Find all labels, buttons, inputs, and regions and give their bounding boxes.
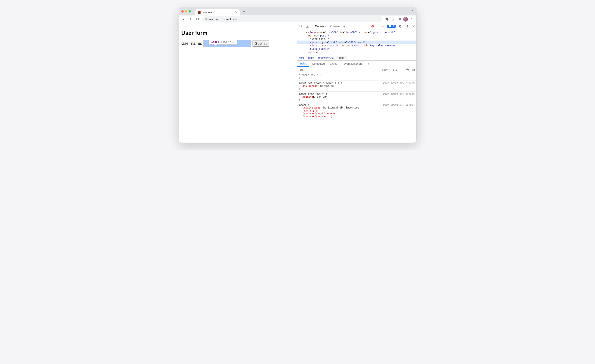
devtools-menu-icon[interactable] — [405, 25, 410, 28]
window-controls — [181, 7, 191, 15]
tab-favicon — [198, 11, 200, 14]
svg-point-3 — [411, 19, 412, 19]
dom-breadcrumb: html body form#form300 input — [297, 55, 416, 61]
svg-rect-7 — [307, 26, 309, 28]
devtools-settings-icon[interactable] — [397, 25, 403, 28]
dom-line[interactable]: "User name: " — [297, 37, 416, 41]
styles-tabbar: Styles Computed Layout Event Listeners » — [297, 61, 416, 67]
styles-tab-listeners[interactable]: Event Listeners — [341, 61, 365, 67]
rendered-page: User form User name: Submit input 146.67… — [179, 23, 297, 143]
new-tab-button[interactable]: ＋ — [241, 9, 247, 14]
nav-back-button[interactable] — [181, 17, 186, 22]
dom-line-selected[interactable]: <input type="text" name="n300"> == $0 — [297, 41, 416, 44]
styles-tab-styles[interactable]: Styles — [297, 61, 310, 67]
content-split: User form User name: Submit input 146.67… — [179, 23, 416, 143]
site-info-icon[interactable] — [205, 18, 207, 21]
style-rule[interactable]: input {user agent stylesheet writing-mod… — [297, 102, 416, 119]
hov-toggle[interactable]: :hov — [380, 68, 390, 71]
svg-point-4 — [411, 20, 412, 20]
devtools-tabbar: Elements Console » ✕1 ▲4 💬 2 ✕ — [297, 23, 416, 30]
downloads-icon[interactable] — [391, 17, 396, 22]
dom-line[interactable]: </form> — [297, 50, 416, 54]
submit-button[interactable]: Submit — [252, 41, 269, 47]
toolbar-right — [384, 17, 414, 22]
tab-title: User form — [202, 11, 212, 14]
breadcrumb-item-active[interactable]: input — [336, 56, 346, 59]
form-row: User name: Submit — [181, 40, 294, 47]
svg-point-9 — [407, 26, 408, 27]
element-inspect-tooltip: input 146.67 × 21 — [209, 39, 237, 45]
tab-close-icon[interactable]: ✕ — [235, 11, 237, 14]
style-rule[interactable]: input:not([type="image" i]) {user agent … — [297, 81, 416, 92]
styles-filter-row: :hov .cls ＋ — [297, 67, 416, 73]
nav-forward-button[interactable] — [188, 17, 193, 22]
window-zoom-button[interactable] — [189, 10, 191, 13]
dom-line[interactable]: ▼<form name="form300" id="form300" actio… — [297, 31, 416, 34]
styles-tab-computed[interactable]: Computed — [309, 61, 327, 67]
devtools-tabs-overflow-icon[interactable]: » — [342, 24, 346, 28]
breadcrumb-item[interactable]: body — [306, 56, 316, 59]
dom-line[interactable]: <input type="submit" value="Submit" id="… — [297, 44, 416, 47]
devtools-tab-elements[interactable]: Elements — [313, 23, 328, 30]
cls-toggle[interactable]: .cls — [390, 68, 399, 71]
devtools-panel: Elements Console » ✕1 ▲4 💬 2 ✕ — [297, 23, 416, 143]
svg-point-10 — [407, 27, 408, 28]
chrome-menu-icon[interactable] — [409, 17, 414, 22]
style-rules: element.style { } input:not([type="image… — [297, 73, 416, 119]
warning-count-badge[interactable]: ▲4 — [379, 25, 385, 28]
tabs-dropdown-icon[interactable] — [411, 10, 413, 11]
device-toggle-icon[interactable] — [305, 24, 310, 28]
browser-tab[interactable]: User form ✕ — [195, 9, 240, 15]
dom-line[interactable]: method="post"> — [297, 34, 416, 37]
window-close-button[interactable] — [181, 10, 184, 13]
toggle-print-icon[interactable] — [404, 68, 411, 71]
error-count-badge[interactable]: ✕1 — [370, 25, 377, 28]
browser-toolbar: user-form.example.com — [179, 15, 416, 23]
style-rule[interactable]: input[type="text" i] {user agent stylesh… — [297, 92, 416, 102]
styles-tabs-overflow-icon[interactable]: » — [365, 61, 372, 67]
tooltip-dimensions: 146.67 × 21 — [221, 40, 235, 43]
profile-avatar[interactable] — [403, 17, 408, 21]
breadcrumb-item[interactable]: html — [297, 56, 306, 59]
computed-sidebar-icon[interactable] — [411, 68, 416, 71]
devtools-tab-console[interactable]: Console — [328, 23, 341, 30]
svg-rect-12 — [412, 69, 415, 71]
styles-tab-layout[interactable]: Layout — [327, 61, 341, 67]
svg-point-2 — [411, 18, 412, 19]
dom-tree[interactable]: ▼<form name="form300" id="form300" actio… — [297, 30, 416, 55]
browser-window: User form ✕ ＋ user-form.example.com — [179, 7, 416, 143]
page-heading: User form — [181, 30, 294, 36]
window-minimize-button[interactable] — [185, 10, 187, 13]
message-count-badge[interactable]: 💬 2 — [387, 25, 396, 28]
url-text: user-form.example.com — [209, 17, 239, 21]
nav-reload-button[interactable] — [195, 17, 200, 22]
svg-rect-1 — [398, 18, 401, 20]
devtools-close-icon[interactable]: ✕ — [412, 24, 415, 28]
styles-filter-input[interactable] — [297, 67, 380, 72]
side-panel-icon[interactable] — [397, 17, 402, 22]
svg-rect-11 — [407, 70, 408, 71]
new-style-rule-icon[interactable]: ＋ — [399, 68, 404, 71]
inspect-element-icon[interactable] — [298, 24, 304, 28]
breadcrumb-item[interactable]: form#form300 — [316, 56, 336, 59]
svg-point-8 — [407, 25, 408, 26]
style-rule[interactable]: element.style { } — [297, 73, 416, 81]
address-bar[interactable]: user-form.example.com — [202, 16, 382, 22]
input-label: User name: — [181, 41, 202, 46]
extensions-icon[interactable] — [384, 17, 390, 22]
tab-strip: User form ✕ ＋ — [179, 7, 416, 15]
tooltip-tagname: input — [211, 40, 219, 43]
dom-line[interactable]: plete_submit"> — [297, 47, 416, 50]
